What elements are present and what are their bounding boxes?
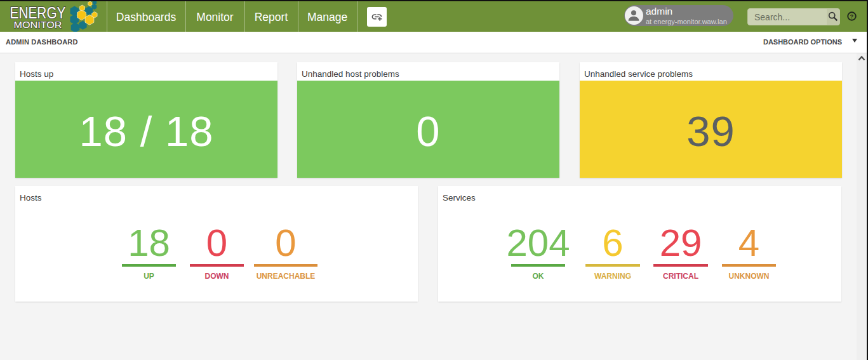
svg-text:?: ? xyxy=(850,13,853,20)
svg-text:MONITOR: MONITOR xyxy=(14,19,62,30)
